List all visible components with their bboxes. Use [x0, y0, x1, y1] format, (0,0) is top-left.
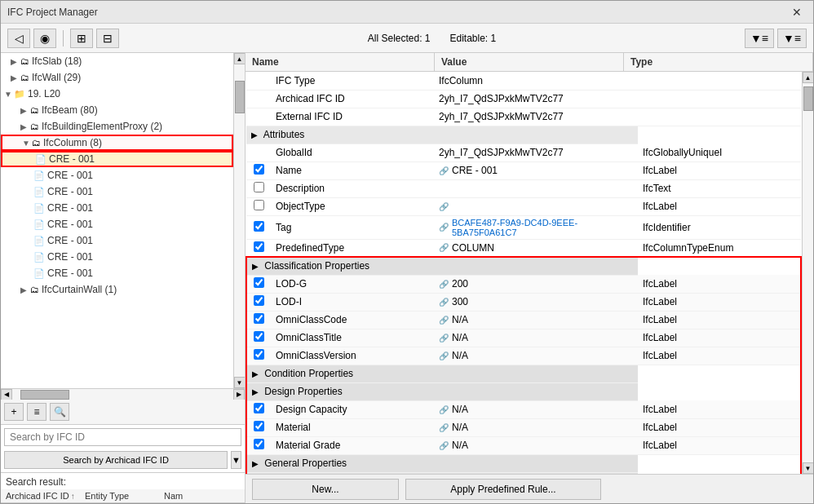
prop-checkbox[interactable]	[254, 403, 264, 413]
tree-item-ifc-beam[interactable]: ▶ 🗂 IfcBeam (80)	[1, 102, 233, 118]
prop-checkbox[interactable]	[254, 241, 264, 252]
checkbox-cell	[246, 329, 271, 347]
prop-type-cell	[638, 108, 801, 126]
new-button[interactable]: New...	[252, 479, 399, 500]
sort-icon-archicad: ↑	[71, 492, 75, 501]
name-col-header: Name	[246, 53, 435, 71]
prop-name-cell: Archicad IFC ID	[271, 90, 434, 108]
scroll-left-btn[interactable]: ◀	[1, 389, 12, 400]
eye-button[interactable]: ◉	[33, 29, 56, 48]
prop-checkbox[interactable]	[254, 182, 264, 192]
list-icon-btn[interactable]: ≡	[27, 403, 46, 421]
link-icon: 🔗	[439, 243, 449, 252]
prop-name-cell: OmniClassCode	[271, 311, 434, 329]
scroll-thumb[interactable]	[235, 81, 245, 113]
left-tree-scrollbar[interactable]: ▲ ▼	[233, 53, 245, 388]
section-row-condition-properties: ▶ Condition Properties	[246, 365, 638, 382]
search-by-archicad-btn[interactable]: Search by Archicad IFC ID	[4, 451, 228, 469]
prop-value-cell: 🔗N/A	[434, 400, 638, 418]
add-icon-btn[interactable]: +	[4, 403, 24, 421]
prop-checkbox[interactable]	[254, 164, 264, 175]
prop-value: 🔗N/A	[439, 314, 633, 325]
archicad-ifc-id-col-header[interactable]: Archicad IFC ID ↑	[6, 491, 82, 501]
prop-value-cell: 2yh_I7_QdSJPxkMwTV2c77	[434, 144, 638, 161]
label-cre-001-4: CRE - 001	[47, 202, 93, 214]
search-input[interactable]	[4, 428, 241, 446]
tree-item-cre-001-2[interactable]: 📄 CRE - 001	[1, 167, 233, 183]
table-row: ▶ Classification Properties	[246, 257, 801, 275]
right-panel: Name Value Type IFC Type IfcColumn Archi…	[246, 53, 813, 503]
tree-item-cre-001-4[interactable]: 📄 CRE - 001	[1, 200, 233, 216]
prop-checkbox[interactable]	[254, 200, 264, 210]
tree-item-ifc-proxy[interactable]: ▶ 🗂 IfcBuildingElementProxy (2)	[1, 118, 233, 135]
link-icon: 🔗	[439, 334, 449, 343]
section-label: Design Properties	[264, 386, 342, 397]
search-icon-btn[interactable]: 🔍	[50, 403, 69, 421]
prop-value-cell: 🔗N/A	[434, 418, 638, 436]
tree-item-cre-001-selected[interactable]: 📄 CRE - 001	[1, 151, 233, 167]
close-button[interactable]: ✕	[787, 4, 807, 20]
scroll-up-btn[interactable]: ▲	[234, 53, 246, 64]
prop-value-cell: 🔗300	[434, 293, 638, 311]
prop-checkbox[interactable]	[254, 439, 264, 449]
checkbox-cell	[246, 239, 271, 257]
arrow-curtain: ▶	[20, 285, 30, 294]
apply-predefined-button[interactable]: Apply Predefined Rule...	[405, 479, 601, 500]
table-row: ObjectType 🔗 IfcLabel	[246, 197, 801, 215]
prop-checkbox[interactable]	[254, 331, 264, 342]
scroll-h-thumb[interactable]	[20, 390, 69, 400]
scroll-down-btn[interactable]: ▼	[234, 377, 246, 388]
tree-item-cre-001-8[interactable]: 📄 CRE - 001	[1, 265, 233, 281]
filter-button[interactable]: ▼≡	[745, 29, 774, 48]
select-button[interactable]: ⊞	[70, 29, 93, 48]
tree-item-cre-001-5[interactable]: 📄 CRE - 001	[1, 216, 233, 232]
prop-checkbox[interactable]	[254, 221, 264, 232]
prop-value: 🔗	[439, 202, 633, 211]
prop-name-cell: PredefinedType	[271, 239, 434, 257]
scroll-track	[234, 64, 245, 377]
col-label-name: Nam	[164, 491, 183, 501]
prop-checkbox[interactable]	[254, 277, 264, 288]
prop-checkbox[interactable]	[254, 313, 264, 324]
prop-type-cell: IfcLabel	[638, 436, 801, 454]
tree-item-ifc-slab[interactable]: ▶ 🗂 IfcSlab (18)	[1, 53, 233, 69]
name-col-header[interactable]: Nam	[164, 491, 240, 501]
prop-name-cell: Description	[271, 179, 434, 197]
tree-item-ifc-curtain-wall[interactable]: ▶ 🗂 IfcCurtainWall (1)	[1, 281, 233, 298]
tree-item-cre-001-3[interactable]: 📄 CRE - 001	[1, 183, 233, 200]
section-label: Condition Properties	[264, 368, 353, 379]
icon-ifc-proxy: 🗂	[30, 122, 39, 131]
tree-item-cre-001-6[interactable]: 📄 CRE - 001	[1, 232, 233, 249]
tree-item-l20[interactable]: ▼ 📁 19. L20	[1, 86, 233, 102]
icon-l20: 📁	[14, 89, 25, 99]
right-vert-scrollbar[interactable]: ▲ ▼	[802, 72, 813, 474]
right-scroll-thumb[interactable]	[803, 86, 813, 111]
entity-type-col-header[interactable]: Entity Type	[85, 491, 161, 501]
search-dropdown-btn[interactable]: ▼	[231, 451, 241, 469]
section-row-classification-properties: ▶ Classification Properties	[246, 257, 638, 275]
right-scroll-down[interactable]: ▼	[803, 462, 814, 474]
checkbox-cell	[246, 436, 271, 454]
table-row: PredefinedType 🔗COLUMN IfcColumnTypeEnum	[246, 239, 801, 257]
back-button[interactable]: ◁	[7, 29, 30, 48]
icon-cre-3: 📄	[33, 187, 45, 197]
tree-item-ifc-column[interactable]: ▼ 🗂 IfcColumn (8)	[1, 135, 233, 151]
prop-value-cell: 🔗COLUMN	[434, 239, 638, 257]
left-horiz-scrollbar[interactable]: ◀ ▶	[1, 388, 245, 400]
checkbox-cell	[246, 72, 271, 90]
prop-checkbox[interactable]	[254, 349, 264, 360]
filter2-button[interactable]: ▼≡	[777, 29, 807, 48]
right-scroll-up[interactable]: ▲	[803, 72, 814, 83]
prop-type-cell: IfcIdentifier	[638, 215, 801, 239]
checkbox-cell	[246, 347, 271, 365]
prop-type-cell: IfcText	[638, 179, 801, 197]
prop-checkbox[interactable]	[254, 421, 264, 431]
tree-item-cre-001-7[interactable]: 📄 CRE - 001	[1, 249, 233, 265]
checkbox-cell	[246, 275, 271, 293]
table-row: Name 🔗CRE - 001 IfcLabel	[246, 161, 801, 179]
expand-button[interactable]: ⊟	[96, 29, 119, 48]
scroll-right-btn[interactable]: ▶	[233, 389, 245, 400]
table-row: External IFC ID 2yh_I7_QdSJPxkMwTV2c77	[246, 108, 801, 126]
prop-checkbox[interactable]	[254, 295, 264, 306]
tree-item-ifc-wall[interactable]: ▶ 🗂 IfcWall (29)	[1, 69, 233, 86]
